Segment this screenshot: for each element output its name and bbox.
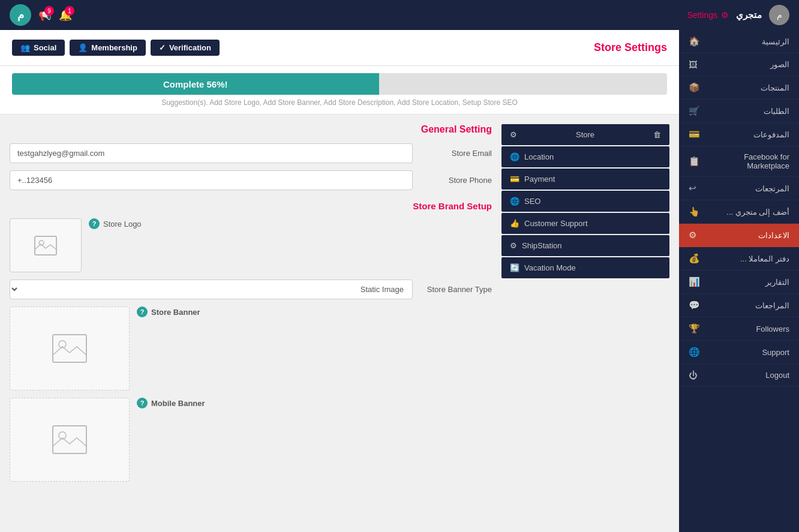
sidebar-item-support[interactable]: Support 🌐 [679,341,799,364]
verification-label: Verification [169,43,211,52]
logo-info-icon[interactable]: ? [89,218,100,229]
store-nav-panel: 🗑 Store ⚙ Location 🌐 Payment 💳 SEO 🌐 [501,124,669,489]
reports-icon: 📊 [689,276,700,287]
sidebar-item-facebook[interactable]: Facebook for Marketplace 📋 [679,146,799,177]
store-nav-location[interactable]: Location 🌐 [501,146,669,167]
page-layout: الرئيسية 🏠 الصور 🖼 المنتجات 📦 الطلبات 🛒 … [0,30,799,532]
mobile-banner-label-group: ? Mobile Banner [137,398,205,408]
sidebar-label-orders: الطلبات [705,107,789,116]
store-nav-shipstation[interactable]: ShipStation ⚙ [501,235,669,256]
store-phone-input[interactable] [10,170,413,190]
store-nav-seo[interactable]: SEO 🌐 [501,191,669,212]
membership-label: Membership [91,43,137,52]
topnav-right: Settings ⚙ متجري م [687,5,789,25]
banner-type-label: Store Banner Type [420,285,492,294]
store-banner-placeholder[interactable] [10,306,130,390]
sidebar-item-ledger[interactable]: دفتر المعاملا ... 💰 [679,247,799,270]
store-nav-store[interactable]: 🗑 Store ⚙ [501,124,669,145]
home-icon: 🏠 [689,36,700,47]
customer-support-nav-icon: 👍 [510,219,519,228]
mobile-banner-placeholder[interactable] [10,398,130,482]
user-avatar[interactable]: م [10,4,31,26]
tab-social[interactable]: 👥 Social [12,40,65,56]
sidebar-item-images[interactable]: الصور 🖼 [679,53,799,76]
facebook-icon: 📋 [689,156,700,167]
store-email-input[interactable] [10,143,413,163]
store-logo-placeholder[interactable] [10,218,82,272]
general-setting-title: General Setting [10,124,492,135]
settings-label: Settings [687,10,717,20]
store-header: 👥 Social 👤 Membership ✓ Verification Sto… [0,30,679,66]
campaign-button[interactable]: 📢 9 [38,8,52,22]
social-label: Social [34,43,56,52]
payments-icon: 💳 [689,129,700,140]
sidebar-label-reviews: المراجعات [705,301,789,310]
shipstation-nav-icon: ⚙ [510,241,517,250]
membership-icon: 👤 [78,43,88,52]
customer-support-nav-label: Customer Support [524,219,588,228]
sidebar-label-followers: Followers [705,324,789,333]
products-icon: 📦 [689,82,700,93]
reviews-icon: 💬 [689,300,700,311]
settings-icon: ⚙ [721,10,729,20]
store-nav-customer-support[interactable]: Customer Support 👍 [501,213,669,234]
sidebar-item-home[interactable]: الرئيسية 🏠 [679,30,799,53]
followers-icon: 🏆 [689,323,700,334]
user-name: متجري [736,10,762,20]
sidebar-label-reports: التقارير [705,278,789,287]
settings-link[interactable]: Settings ⚙ [687,10,729,20]
settings-sidebar-icon: ⚙ [689,230,696,241]
sidebar-label-support: Support [705,348,789,357]
sidebar-item-reviews[interactable]: المراجعات 💬 [679,294,799,317]
payment-nav-icon: 💳 [510,175,519,184]
tab-membership[interactable]: 👤 Membership [70,40,146,56]
sidebar-item-settings[interactable]: الاعدادات ⚙ [679,224,799,247]
top-navigation: م 📢 9 🔔 1 Settings ⚙ متجري م [0,0,799,30]
store-phone-label: Store Phone [420,176,492,185]
ledger-icon: 💰 [689,253,700,264]
sidebar-item-returns[interactable]: المرتجعات ↩ [679,177,799,200]
sidebar-item-orders[interactable]: الطلبات 🛒 [679,100,799,123]
notification-button[interactable]: 🔔 1 [59,8,72,22]
sidebar-item-add-store[interactable]: أضف إلى متجري ... 👆 [679,200,799,224]
store-tabs: 👥 Social 👤 Membership ✓ Verification [12,40,220,56]
sidebar-item-logout[interactable]: Logout ⏻ [679,364,799,387]
sidebar-item-products[interactable]: المنتجات 📦 [679,76,799,100]
logo-label-group: ? Store Logo [89,218,142,229]
svg-rect-2 [53,335,86,362]
sidebar-item-reports[interactable]: التقارير 📊 [679,270,799,294]
images-icon: 🖼 [689,59,698,70]
sidebar-label-returns: المرتجعات [701,184,789,193]
sidebar-item-payments[interactable]: المدفوعات 💳 [679,123,799,146]
sidebar-label-settings: الاعدادات [701,231,789,240]
progress-bar-container: Complete 56%! [12,73,667,95]
tab-verification[interactable]: ✓ Verification [151,40,220,56]
store-nav-vacation-mode[interactable]: Vacation Mode 🔄 [501,257,669,278]
brand-setup-title: Store Brand Setup [10,201,492,211]
main-content: 👥 Social 👤 Membership ✓ Verification Sto… [0,30,679,532]
sidebar-label-images: الصور [702,60,789,69]
banner-type-select[interactable]: Static Image [10,279,413,299]
progress-suggestion: Suggestion(s). Add Store Logo, Add Store… [12,98,667,107]
logo-row: ? Store Logo [10,218,492,272]
sidebar-item-followers[interactable]: Followers 🏆 [679,317,799,341]
user-profile-avatar[interactable]: م [769,5,789,25]
mobile-banner-label: Mobile Banner [151,399,205,408]
sidebar: الرئيسية 🏠 الصور 🖼 المنتجات 📦 الطلبات 🛒 … [679,30,799,532]
vacation-mode-nav-label: Vacation Mode [524,263,576,272]
topnav-left: م 📢 9 🔔 1 [10,4,72,26]
sidebar-label-logout: Logout [702,371,789,380]
svg-rect-0 [35,236,56,255]
form-area: General Setting Store Email Store Phone … [10,124,492,489]
verification-icon: ✓ [159,43,166,52]
banner-row: ? Store Banner [10,306,492,390]
store-nav-store-label: Store [576,130,594,139]
notification-badge: 1 [65,6,74,16]
banner-info-icon[interactable]: ? [137,306,148,317]
progress-bar-fill: Complete 56%! [12,73,379,95]
content-area: General Setting Store Email Store Phone … [0,115,679,498]
seo-nav-label: SEO [524,197,540,206]
sidebar-label-ledger: دفتر المعاملا ... [705,254,789,263]
store-nav-payment[interactable]: Payment 💳 [501,169,669,190]
mobile-banner-info-icon[interactable]: ? [137,398,148,408]
